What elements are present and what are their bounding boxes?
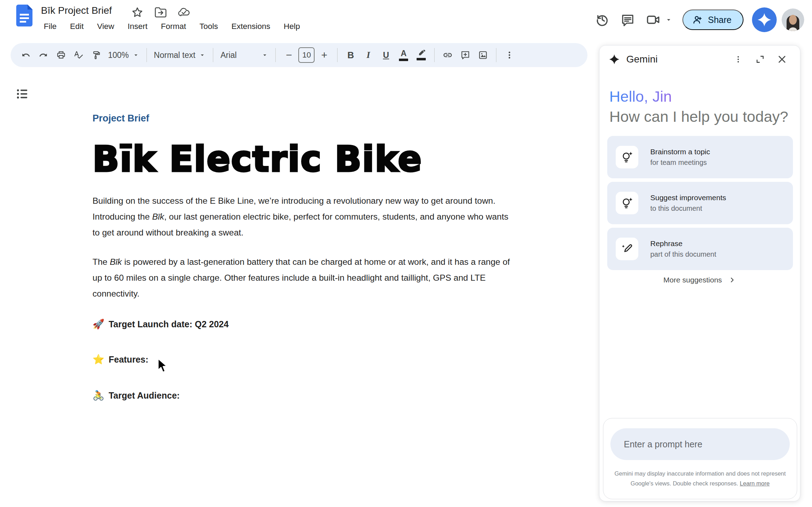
meet-video-icon[interactable]	[643, 10, 663, 30]
mouse-cursor	[157, 358, 169, 374]
font-size-input[interactable]: 10	[298, 47, 315, 63]
app-header: Bīk Project Brief File Edit View Insert …	[0, 0, 812, 40]
paint-format-icon[interactable]	[88, 47, 105, 64]
zoom-select[interactable]: 100%	[106, 47, 142, 64]
toolbar-divider	[337, 48, 338, 62]
google-docs-logo[interactable]	[16, 5, 32, 26]
gemini-side-panel: Gemini Hello, Jin How can I help you tod…	[599, 45, 800, 501]
prompt-input[interactable]	[610, 428, 790, 460]
doc-audience-line[interactable]: 🚴 Target Audience:	[92, 390, 509, 401]
paragraph-italic-text: Bīk	[152, 212, 164, 221]
font-select[interactable]: Arial	[218, 47, 270, 64]
document-title[interactable]: Bīk Project Brief	[41, 5, 112, 16]
gemini-spark-icon	[609, 54, 619, 64]
suggestion-subtitle: part of this document	[650, 250, 716, 258]
meet-dropdown-caret-icon[interactable]	[665, 16, 673, 24]
menu-help[interactable]: Help	[280, 20, 304, 33]
gemini-disclaimer: Gemini may display inaccurate informatio…	[612, 469, 788, 488]
decrease-font-size-button[interactable]: −	[281, 47, 297, 64]
suggestion-card-rephrase[interactable]: Rephrase part of this document	[607, 228, 793, 270]
doc-paragraph-1[interactable]: Building on the success of the E Bike Li…	[92, 193, 511, 240]
bulb-spark-icon	[616, 146, 638, 168]
toolbar-divider	[434, 48, 435, 62]
redo-icon[interactable]	[35, 47, 52, 64]
paragraph-text: The	[92, 257, 110, 267]
chevron-down-icon	[132, 52, 139, 59]
gemini-spark-icon	[758, 13, 771, 26]
avatar[interactable]	[782, 8, 804, 31]
audience-text: Target Audience:	[109, 390, 180, 401]
text-color-letter: A	[401, 49, 407, 58]
insert-link-icon[interactable]	[440, 47, 456, 64]
menu-view[interactable]: View	[93, 20, 118, 33]
gemini-expand-icon[interactable]	[752, 51, 768, 67]
rocket-emoji: 🚀	[92, 318, 105, 330]
more-suggestions-label: More suggestions	[663, 276, 722, 284]
more-suggestions-button[interactable]: More suggestions	[599, 276, 800, 284]
features-text: Features:	[109, 354, 149, 365]
suggestion-title: Suggest improvements	[650, 193, 726, 202]
menu-extensions[interactable]: Extensions	[227, 20, 275, 33]
doc-features-line[interactable]: ⭐ Features:	[92, 354, 509, 365]
paragraph-style-select[interactable]: Normal text	[152, 47, 208, 64]
suggestion-card-brainstorm[interactable]: Brainstorm a topic for team meetings	[607, 136, 793, 178]
highlight-color-icon[interactable]	[413, 47, 429, 64]
share-button[interactable]: Share	[682, 10, 744, 30]
doc-paragraph-2[interactable]: The Bīk is powered by a last-generation …	[92, 254, 511, 302]
gemini-panel-header: Gemini	[599, 46, 800, 73]
zoom-value: 100%	[108, 50, 129, 60]
paragraph-style-value: Normal text	[154, 50, 196, 60]
toolbar-divider	[496, 48, 496, 62]
spellcheck-icon[interactable]	[71, 47, 87, 64]
suggestion-card-improvements[interactable]: Suggest improvements to this document	[607, 182, 793, 224]
paragraph-italic-text: Bīk	[110, 257, 122, 267]
gemini-close-icon[interactable]	[774, 51, 790, 67]
doc-main-title[interactable]: Bīk Electric Bike	[92, 139, 509, 179]
menu-format[interactable]: Format	[157, 20, 190, 33]
launch-text: Target Launch date: Q2 2024	[109, 319, 229, 329]
document-outline-icon[interactable]	[16, 87, 30, 101]
star-icon[interactable]	[131, 6, 143, 18]
bold-icon[interactable]: B	[342, 47, 359, 64]
menu-insert[interactable]: Insert	[123, 20, 151, 33]
menu-file[interactable]: File	[40, 20, 61, 33]
doc-launch-line[interactable]: 🚀 Target Launch date: Q2 2024	[92, 318, 509, 330]
insert-image-icon[interactable]	[475, 47, 491, 64]
pen-spark-icon	[616, 238, 638, 260]
toolbar-divider	[147, 48, 147, 62]
suggestion-subtitle: to this document	[650, 204, 726, 213]
gemini-spark-button[interactable]	[752, 7, 777, 32]
menubar: File Edit View Insert Format Tools Exten…	[40, 20, 304, 33]
suggestion-subtitle: for team meetings	[650, 159, 710, 167]
italic-icon[interactable]: I	[360, 47, 376, 64]
greeting-question: How can I help you today?	[609, 108, 788, 125]
learn-more-link[interactable]: Learn more	[740, 480, 770, 487]
comments-icon[interactable]	[617, 10, 638, 30]
cloud-saved-icon[interactable]	[178, 6, 190, 18]
undo-icon[interactable]	[18, 47, 34, 64]
gemini-prompt-card: Gemini may display inaccurate informatio…	[603, 418, 797, 499]
increase-font-size-button[interactable]: +	[316, 47, 332, 64]
document-canvas[interactable]: Project Brief Bīk Electric Bike Building…	[92, 113, 509, 401]
version-history-icon[interactable]	[592, 10, 613, 30]
cyclist-emoji: 🚴	[92, 390, 105, 401]
menu-tools[interactable]: Tools	[195, 20, 222, 33]
toolbar-divider	[275, 48, 276, 62]
share-label: Share	[708, 15, 732, 25]
person-add-icon	[692, 14, 703, 25]
menu-edit[interactable]: Edit	[66, 20, 88, 33]
toolbar-divider	[213, 48, 213, 62]
underline-icon[interactable]: U	[378, 47, 394, 64]
more-options-icon[interactable]	[501, 47, 518, 64]
add-comment-icon[interactable]	[457, 47, 473, 64]
doc-eyebrow-heading[interactable]: Project Brief	[92, 113, 509, 124]
text-color-icon[interactable]: A	[395, 47, 412, 64]
bulb-spark-icon	[616, 192, 638, 214]
gemini-more-options-icon[interactable]	[730, 51, 746, 67]
suggestion-title: Rephrase	[650, 239, 716, 248]
move-folder-icon[interactable]	[155, 6, 167, 18]
paragraph-text: is powered by a last-generation battery …	[92, 257, 510, 298]
gemini-suggestion-cards: Brainstorm a topic for team meetings Sug…	[607, 136, 793, 270]
formatting-toolbar: 100% Normal text Arial − 10 + B I U A	[11, 43, 587, 67]
print-icon[interactable]	[53, 47, 69, 64]
